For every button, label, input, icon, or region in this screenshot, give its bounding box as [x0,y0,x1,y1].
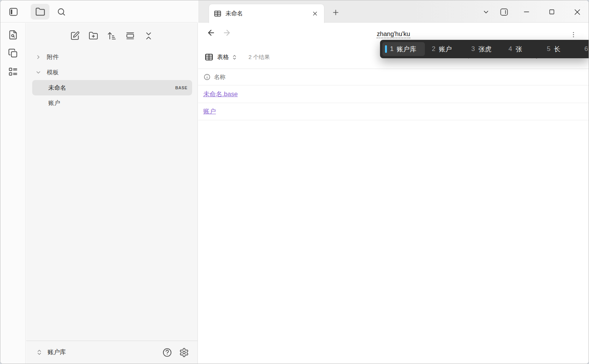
ime-candidate-selected[interactable]: 1 账户库 [382,42,425,56]
ribbon [0,23,26,364]
settings-button[interactable] [179,348,189,357]
toggle-right-sidebar-button[interactable] [498,6,510,18]
tree-item-file-untitled-base[interactable]: 未命名 BASE [32,80,192,95]
left-titlebar [0,0,198,23]
app-window: 附件 模板 未命名 BASE 账户 账户库 [0,0,589,364]
close-window-button[interactable] [571,6,583,18]
maximize-button[interactable] [546,6,558,18]
toggle-left-sidebar-button[interactable] [7,6,20,18]
vault-bar: 账户库 [26,341,197,364]
ime-selection-accent-bar [385,45,387,53]
ime-candidate[interactable]: 6 [584,40,589,58]
tab-title: 未命名 [225,10,243,17]
chevron-right-icon[interactable] [35,54,45,60]
file-extension-badge: BASE [175,85,192,90]
search-icon [57,7,66,16]
tab-untitled[interactable]: 未命名 [209,4,324,23]
ime-candidate-window: 1 账户库 2 账户 3 张虎 4 张 5 长 6 [380,40,589,58]
tree-item-folder-attachments[interactable]: 附件 [32,49,192,65]
new-note-icon[interactable] [70,31,80,41]
chevrons-up-down-icon [232,54,237,60]
ime-candidate[interactable]: 2 账户 [432,40,452,58]
view-header-title[interactable]: zhang'hu'ku [244,30,543,38]
help-button[interactable] [162,348,172,357]
folder-icon [35,7,45,17]
table-row[interactable]: 账户 [198,103,589,120]
table-icon [214,10,222,18]
tree-item-label: 附件 [47,53,59,61]
table-header-row[interactable]: 名称 [198,69,589,85]
tree-item-label: 未命名 [48,84,66,92]
tree-item-file-account[interactable]: 账户 [32,95,192,111]
minimize-button[interactable] [521,6,532,18]
copy-pages-icon[interactable] [8,48,18,58]
search-tab-button[interactable] [54,5,68,19]
table-row[interactable]: 未命名.base [198,86,589,103]
result-count: 2 个结果 [248,54,270,61]
info-icon [204,74,211,80]
vault-switcher-button[interactable] [36,349,43,356]
ime-composition-text[interactable]: zhang'hu'ku [377,30,410,38]
more-options-button[interactable] [568,29,579,40]
file-link-account[interactable]: 账户 [203,107,216,116]
navigate-forward-button[interactable] [222,28,231,37]
collapse-all-icon[interactable] [144,31,154,41]
ime-candidate[interactable]: 5 长 [547,40,560,58]
sort-order-icon[interactable] [107,31,117,41]
file-link-untitled-base[interactable]: 未命名.base [203,90,238,98]
explorer-toolbar [26,23,197,41]
new-folder-icon[interactable] [89,31,99,41]
panel-left-icon [8,7,18,17]
new-tab-button[interactable] [330,7,341,18]
table-view-icon [204,52,214,62]
galley-view-icon[interactable] [125,31,135,41]
tab-list-button[interactable] [480,6,492,18]
view-name: 表格 [217,53,229,61]
navigate-back-button[interactable] [207,28,216,37]
file-tree: 附件 模板 未命名 BASE 账户 [26,49,197,111]
ime-candidate[interactable]: 4 张 [508,40,522,58]
table-body: 未命名.base 账户 [198,86,589,120]
vault-name[interactable]: 账户库 [48,348,66,356]
file-search-icon[interactable] [8,30,18,40]
tab-bar: 未命名 [198,0,589,23]
chevron-down-icon[interactable] [35,69,45,75]
view-selector[interactable]: 表格 2 个结果 [204,50,270,64]
layout-list-icon[interactable] [8,67,18,77]
close-tab-icon[interactable] [310,9,319,18]
tree-item-label: 账户 [48,99,60,107]
files-tab-button[interactable] [31,4,49,20]
ime-candidate[interactable]: 3 张虎 [471,40,491,58]
ime-candidate-text: 账户库 [397,45,416,54]
ime-candidate-index: 1 [390,45,393,53]
tree-item-label: 模板 [47,69,59,77]
main-pane: zhang'hu'ku 表格 2 个结果 排序 [198,23,589,364]
column-header-name: 名称 [214,74,225,81]
file-explorer: 附件 模板 未命名 BASE 账户 账户库 [26,23,198,364]
tree-item-folder-templates[interactable]: 模板 [32,65,192,80]
